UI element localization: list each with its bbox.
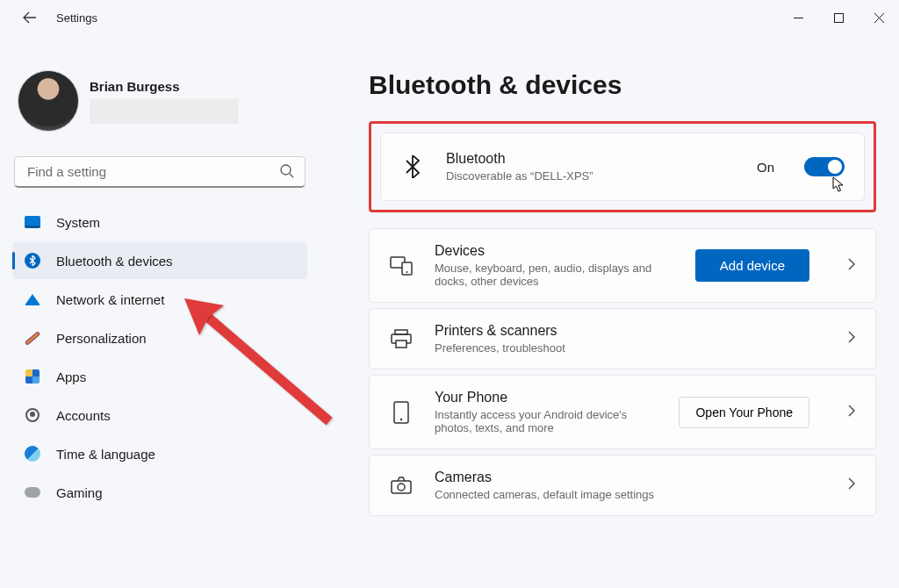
cameras-title: Cameras <box>435 470 809 485</box>
accounts-icon <box>25 407 40 423</box>
phone-icon <box>389 401 414 424</box>
settings-cards-list: Devices Mouse, keyboard, pen, audio, dis… <box>369 228 876 516</box>
page-title: Bluetooth & devices <box>369 70 876 100</box>
sidebar-item-bluetooth-devices[interactable]: Bluetooth & devices <box>12 242 307 279</box>
sidebar-item-label: Network & internet <box>56 292 164 307</box>
maximize-button[interactable] <box>818 4 859 32</box>
bluetooth-toggle-label: On <box>757 160 774 175</box>
sidebar-item-time-language[interactable]: Time & language <box>12 435 307 472</box>
profile-block[interactable]: Brian Burgess <box>12 53 307 153</box>
avatar <box>18 70 79 132</box>
close-icon <box>874 13 884 23</box>
minimize-icon <box>794 13 803 23</box>
sidebar-item-label: Gaming <box>56 485 103 500</box>
bluetooth-icon <box>400 155 425 178</box>
profile-email-redacted <box>90 99 239 124</box>
sidebar-item-gaming[interactable]: Gaming <box>12 474 307 511</box>
bluetooth-card-text: Bluetooth Discoverable as “DELL-XPS” <box>446 151 736 183</box>
add-device-button[interactable]: Add device <box>695 249 809 282</box>
brush-icon <box>25 330 40 346</box>
printers-title: Printers & scanners <box>435 323 809 339</box>
chevron-right-icon <box>848 405 856 420</box>
printers-subtitle: Preferences, troubleshoot <box>435 341 680 355</box>
nav-list: System Bluetooth & devices Network & int… <box>12 204 307 511</box>
bluetooth-title: Bluetooth <box>446 151 736 167</box>
sidebar-item-label: Time & language <box>56 447 155 462</box>
cameras-card[interactable]: Cameras Connected cameras, default image… <box>369 455 876 516</box>
sidebar-item-personalization[interactable]: Personalization <box>12 319 307 356</box>
devices-icon <box>389 256 414 276</box>
devices-card[interactable]: Devices Mouse, keyboard, pen, audio, dis… <box>369 228 876 303</box>
sidebar-item-accounts[interactable]: Accounts <box>12 397 307 434</box>
minimize-button[interactable] <box>778 4 818 32</box>
gamepad-icon <box>25 484 40 500</box>
devices-text: Devices Mouse, keyboard, pen, audio, dis… <box>435 243 674 288</box>
your-phone-subtitle: Instantly access your Android device's p… <box>435 408 658 434</box>
svg-rect-10 <box>392 481 411 493</box>
open-your-phone-button[interactable]: Open Your Phone <box>679 397 809 428</box>
svg-point-1 <box>281 165 291 175</box>
chevron-right-icon <box>848 331 856 347</box>
clock-globe-icon <box>25 446 40 462</box>
camera-icon <box>389 477 414 494</box>
back-arrow-icon <box>23 11 37 25</box>
sidebar-item-label: Personalization <box>56 331 147 346</box>
your-phone-card[interactable]: Your Phone Instantly access your Android… <box>369 375 876 449</box>
cameras-subtitle: Connected cameras, default image setting… <box>435 488 680 501</box>
sidebar-item-label: Apps <box>56 369 86 384</box>
your-phone-text: Your Phone Instantly access your Android… <box>435 390 658 434</box>
devices-subtitle: Mouse, keyboard, pen, audio, displays an… <box>435 262 674 288</box>
bluetooth-subtitle: Discoverable as “DELL-XPS” <box>446 169 736 183</box>
search-icon <box>279 163 295 179</box>
sidebar-item-label: Accounts <box>56 408 111 423</box>
content-area: Brian Burgess System Bluetooth & devices… <box>0 35 899 521</box>
wifi-icon <box>25 291 40 307</box>
bluetooth-card: Bluetooth Discoverable as “DELL-XPS” On <box>380 133 865 201</box>
svg-rect-7 <box>396 341 406 348</box>
sidebar: Brian Burgess System Bluetooth & devices… <box>0 44 316 521</box>
chevron-right-icon <box>848 258 856 274</box>
annotation-highlight-box: Bluetooth Discoverable as “DELL-XPS” On <box>369 121 876 212</box>
printer-icon <box>389 329 414 348</box>
devices-title: Devices <box>435 243 674 259</box>
main-panel: Bluetooth & devices Bluetooth Discoverab… <box>316 44 899 521</box>
svg-point-11 <box>398 484 405 491</box>
toggle-knob <box>828 160 842 174</box>
profile-name: Brian Burgess <box>90 79 239 94</box>
maximize-icon <box>834 13 844 23</box>
your-phone-title: Your Phone <box>435 390 658 405</box>
window-title: Settings <box>56 11 97 25</box>
apps-icon <box>25 369 40 384</box>
svg-point-9 <box>400 418 402 419</box>
printers-card[interactable]: Printers & scanners Preferences, trouble… <box>369 308 876 369</box>
close-button[interactable] <box>859 4 899 32</box>
sidebar-item-network[interactable]: Network & internet <box>12 281 307 318</box>
cursor-icon <box>832 176 846 192</box>
svg-rect-0 <box>834 13 843 22</box>
sidebar-item-apps[interactable]: Apps <box>12 358 307 395</box>
bluetooth-toggle[interactable] <box>804 157 845 176</box>
titlebar-left: Settings <box>21 9 97 26</box>
window-controls <box>778 4 899 32</box>
sidebar-item-system[interactable]: System <box>12 204 307 240</box>
cameras-text: Cameras Connected cameras, default image… <box>435 470 809 501</box>
chevron-right-icon <box>848 477 856 493</box>
back-button[interactable] <box>21 9 39 26</box>
title-bar: Settings <box>0 0 899 35</box>
search-box <box>14 156 306 188</box>
system-icon <box>25 214 40 230</box>
profile-info: Brian Burgess <box>90 79 239 124</box>
printers-text: Printers & scanners Preferences, trouble… <box>435 323 809 355</box>
sidebar-item-label: System <box>56 215 100 230</box>
bluetooth-icon <box>25 253 40 269</box>
search-input[interactable] <box>14 156 306 188</box>
svg-point-4 <box>406 271 408 273</box>
sidebar-item-label: Bluetooth & devices <box>56 254 173 269</box>
